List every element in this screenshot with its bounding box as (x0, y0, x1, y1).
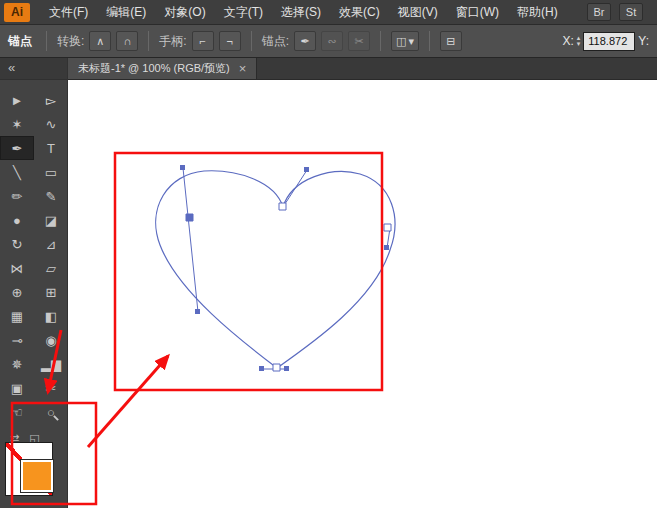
isolate-icon: ◫ (396, 35, 406, 48)
perspective-grid-tool-icon: ⊞ (46, 285, 57, 300)
pen-tool-icon: ✒ (12, 141, 23, 156)
menu-right-buttons: Br St (587, 3, 657, 21)
menu-bar: Ai 文件(F) 编辑(E) 对象(O) 文字(T) 选择(S) 效果(C) 视… (0, 0, 657, 25)
convert-to-smooth-button[interactable]: ∩ (116, 31, 138, 51)
magic-wand-tool[interactable]: ✶ (0, 112, 34, 136)
scale-tool[interactable]: ⊿ (34, 232, 68, 256)
handles-label: 手柄: (159, 33, 186, 50)
separator (251, 31, 252, 51)
handle-end-dots[interactable] (180, 165, 389, 371)
document-tab-bar: 未标题-1* @ 100% (RGB/预览) × (68, 58, 657, 80)
eyedropper-tool[interactable]: ⊸ (0, 328, 34, 352)
menu-item[interactable]: 对象(O) (155, 0, 214, 24)
convert-to-corner-button[interactable]: ∧ (89, 31, 111, 51)
paintbrush-tool-icon: ✏ (12, 189, 23, 204)
rotate-tool-icon: ↻ (12, 237, 23, 252)
eyedropper-tool-icon: ⊸ (12, 333, 23, 348)
hand-tool[interactable]: ☜ (0, 400, 34, 424)
zoom-tool[interactable]: ○ (34, 400, 68, 424)
separator (429, 31, 430, 51)
pen-tool[interactable]: ✒ (0, 136, 34, 160)
fill-color-swatch[interactable] (21, 460, 53, 492)
isolate-selection-dropdown[interactable]: ◫ ▾ (391, 31, 419, 51)
free-transform-tool-icon: ▱ (46, 261, 56, 276)
cut-path-button[interactable]: ✂ (348, 31, 370, 51)
show-handles-button[interactable]: ⌐ (192, 31, 214, 51)
slice-tool[interactable]: ✂ (34, 376, 68, 400)
menu-item[interactable]: 编辑(E) (97, 0, 155, 24)
tools-collapse-button[interactable]: « (0, 58, 67, 80)
menu-item[interactable]: 视图(V) (389, 0, 447, 24)
blob-brush-tool[interactable]: ● (0, 208, 34, 232)
document-area: 未标题-1* @ 100% (RGB/预览) × (68, 58, 657, 508)
chevron-down-icon: ▾ (408, 35, 414, 48)
smooth-point-icon: ∩ (123, 35, 131, 47)
remove-anchor-button[interactable]: ✒ (294, 31, 316, 51)
perspective-grid-tool[interactable]: ⊞ (34, 280, 68, 304)
column-graph-tool[interactable]: ▂▆ (34, 352, 68, 376)
menu-item[interactable]: 文字(T) (215, 0, 272, 24)
canvas[interactable] (68, 80, 657, 508)
separator (380, 31, 381, 51)
shape-builder-tool-icon: ⊕ (12, 285, 23, 300)
blend-tool[interactable]: ◉ (34, 328, 68, 352)
heart-path[interactable] (156, 171, 395, 368)
symbol-sprayer-tool-icon: ✵ (12, 357, 23, 372)
corner-point-icon: ∧ (96, 35, 104, 47)
menu-item[interactable]: 文件(F) (40, 0, 97, 24)
constrain-button[interactable]: ⊟ (440, 31, 462, 51)
width-tool[interactable]: ⋈ (0, 256, 34, 280)
line-segment-tool[interactable]: ╲ (0, 160, 34, 184)
hand-tool-icon: ☜ (11, 405, 23, 420)
separator (148, 31, 149, 51)
bridge-button[interactable]: Br (587, 3, 611, 21)
type-tool[interactable]: T (34, 136, 68, 160)
paintbrush-tool[interactable]: ✏ (0, 184, 34, 208)
zoom-tool-icon: ○ (47, 405, 55, 420)
tab-close-icon[interactable]: × (239, 62, 247, 75)
convert-label: 转换: (57, 33, 84, 50)
connect-endpoints-icon: ∾ (327, 35, 336, 47)
hide-handles-button[interactable]: ¬ (219, 31, 241, 51)
gradient-tool[interactable]: ◧ (34, 304, 68, 328)
shape-builder-tool[interactable]: ⊕ (0, 280, 34, 304)
pencil-tool-icon: ✎ (46, 189, 57, 204)
selected-anchor-point[interactable] (186, 214, 193, 221)
heart-drawing (68, 80, 657, 508)
document-tab[interactable]: 未标题-1* @ 100% (RGB/预览) × (68, 58, 257, 79)
free-transform-tool[interactable]: ▱ (34, 256, 68, 280)
menu-item[interactable]: 效果(C) (330, 0, 389, 24)
remove-anchor-icon: ✒ (300, 35, 309, 47)
x-position-input[interactable] (583, 32, 635, 51)
eraser-tool[interactable]: ◪ (34, 208, 68, 232)
rotate-tool[interactable]: ↻ (0, 232, 34, 256)
control-bar: 锚点 转换: ∧ ∩ 手柄: ⌐ ¬ 锚点: ✒ ∾ ✂ ◫ ▾ ⊟ X: ▴ … (0, 25, 657, 58)
direct-selection-tool[interactable]: ▻ (34, 88, 68, 112)
stock-button[interactable]: St (619, 3, 643, 21)
artboard-tool[interactable]: ▣ (0, 376, 34, 400)
gradient-tool-icon: ◧ (45, 309, 57, 324)
anchors-label: 锚点: (262, 33, 289, 50)
anchor-points[interactable] (273, 203, 391, 371)
menu-item[interactable]: 选择(S) (272, 0, 330, 24)
y-label: Y: (638, 34, 649, 48)
lasso-tool-icon: ∿ (46, 117, 57, 132)
stepper-down-icon[interactable]: ▾ (577, 41, 581, 47)
scale-tool-icon: ⊿ (46, 237, 57, 252)
menu-item[interactable]: 帮助(H) (508, 0, 567, 24)
selection-tool-icon: ► (11, 93, 24, 108)
menu-item[interactable]: 窗口(W) (447, 0, 508, 24)
rectangle-tool[interactable]: ▭ (34, 160, 68, 184)
selection-tool[interactable]: ► (0, 88, 34, 112)
position-fields: X: ▴ ▾ Y: (562, 32, 649, 51)
pencil-tool[interactable]: ✎ (34, 184, 68, 208)
mesh-tool-icon: ▦ (11, 309, 23, 324)
constrain-icon: ⊟ (446, 35, 455, 47)
connect-endpoints-button[interactable]: ∾ (321, 31, 343, 51)
symbol-sprayer-tool[interactable]: ✵ (0, 352, 34, 376)
x-stepper[interactable]: ▴ ▾ (577, 35, 581, 47)
mesh-tool[interactable]: ▦ (0, 304, 34, 328)
line-segment-tool-icon: ╲ (13, 165, 21, 180)
menu-list: 文件(F) 编辑(E) 对象(O) 文字(T) 选择(S) 效果(C) 视图(V… (40, 0, 567, 24)
lasso-tool[interactable]: ∿ (34, 112, 68, 136)
